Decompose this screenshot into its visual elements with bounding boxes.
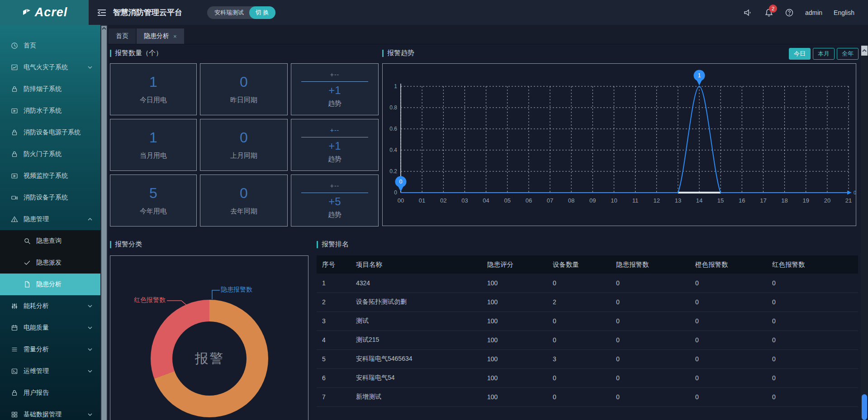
tab-close-icon[interactable]: ×: [173, 33, 177, 40]
sidebar-item-fire-water[interactable]: 消防水子系统: [0, 100, 100, 122]
sidebar-collapse-icon[interactable]: [97, 9, 107, 17]
table-header-cell: 项目名称: [351, 255, 482, 274]
range-button-year[interactable]: 全年: [837, 48, 859, 60]
table-row[interactable]: 5 安科瑞电气5465634 100 3 0 0 0: [317, 349, 858, 368]
sidebar-item-demand-analysis[interactable]: 需量分析: [0, 339, 100, 360]
language-switcher[interactable]: English: [834, 9, 854, 16]
sidebar-item-smoke-control[interactable]: 防排烟子系统: [0, 78, 100, 100]
user-menu[interactable]: admin: [805, 9, 822, 16]
sound-icon[interactable]: [743, 8, 753, 17]
svg-text:1: 1: [394, 83, 397, 90]
chevron-up-icon: [88, 218, 92, 221]
stat-card-last-month: 0 上月同期: [200, 119, 288, 171]
sidebar-item-hazard-analysis[interactable]: 隐患分析: [0, 274, 100, 295]
sidebar-nav: 首页 电气火灾子系统 防排烟子系统 消防水子系统 消防设备电源子系统 防火门子系…: [0, 25, 100, 420]
svg-text:20: 20: [824, 197, 830, 204]
svg-text:0.4: 0.4: [389, 147, 397, 153]
sidebar-item-fire-door[interactable]: 防火门子系统: [0, 143, 100, 165]
page-scrollbar-thumb[interactable]: [862, 394, 867, 420]
svg-text:0: 0: [399, 179, 403, 185]
table-row[interactable]: 7 新增测试 100 0 0 0 0: [317, 387, 858, 406]
notification-badge: 2: [769, 5, 777, 13]
svg-text:05: 05: [504, 197, 510, 204]
table-header-cell: 隐患评分: [482, 255, 547, 274]
svg-text:16: 16: [739, 197, 745, 204]
range-button-month[interactable]: 本月: [813, 48, 835, 60]
sidebar-item-user-report[interactable]: 用户报告: [0, 382, 100, 404]
hazard-submenu: 隐患查询 隐患派发 隐患分析: [0, 230, 100, 295]
table-row[interactable]: 2 设备拓扑测试勿删 100 2 0 0 0: [317, 293, 858, 311]
page-scrollbar[interactable]: [861, 44, 868, 420]
svg-text:00: 00: [398, 197, 404, 204]
table-header-cell: 红色报警数: [767, 255, 858, 274]
title-accent-bar: [317, 241, 318, 248]
lock-icon: [11, 85, 18, 93]
table-header-cell: 设备数量: [547, 255, 611, 274]
svg-text:0: 0: [394, 189, 397, 196]
tab-hazard-analysis[interactable]: 隐患分析 ×: [137, 28, 184, 44]
app-title: 智慧消防管理云平台: [113, 7, 182, 18]
stat-card-year-trend: +-- +5 趋势: [291, 175, 379, 227]
section-title-alarm-trend: 报警趋势: [382, 49, 414, 57]
stat-card-month-trend: +-- +1 趋势: [291, 119, 379, 171]
sidebar-item-hazard-dispatch[interactable]: 隐患派发: [0, 252, 100, 274]
sidebar-scrollbar-thumb[interactable]: [101, 26, 107, 420]
tab-home[interactable]: 首页: [109, 28, 136, 44]
chevron-down-icon: [88, 348, 92, 351]
scrollbar-up-button[interactable]: [861, 46, 868, 56]
sidebar-item-power-quality[interactable]: 电能质量: [0, 317, 100, 339]
table-header-cell: 隐患报警数: [611, 255, 690, 274]
video-icon: [11, 172, 18, 179]
donut-label-connectors: [110, 256, 309, 420]
trend-line-chart-svg: 00.20.40.60.8100010203040506070809101112…: [383, 64, 856, 226]
section-title-alarm-category: 报警分类: [110, 240, 142, 249]
sidebar-item-hazard-query[interactable]: 隐患查询: [0, 230, 100, 252]
svg-text:0.6: 0.6: [389, 126, 397, 132]
svg-text:01: 01: [419, 197, 425, 204]
table-row[interactable]: 6 安科瑞电气54 100 0 0 0 0: [317, 368, 858, 387]
table-row[interactable]: 4 测试215 100 0 0 0 0: [317, 330, 858, 349]
svg-text:19: 19: [802, 197, 809, 204]
sidebar-item-ops-management[interactable]: 运维管理: [0, 360, 100, 382]
help-icon[interactable]: [785, 8, 794, 17]
table-header-cell: 序号: [317, 255, 351, 274]
sidebar-scrollbar[interactable]: [100, 25, 108, 420]
alarm-trend-chart: 00.20.40.60.8100010203040506070809101112…: [382, 63, 856, 226]
sidebar-item-video-monitor[interactable]: 视频监控子系统: [0, 165, 100, 187]
svg-text:14: 14: [696, 197, 702, 204]
svg-text:10: 10: [611, 197, 617, 204]
svg-text:06: 06: [526, 197, 532, 204]
sidebar-item-base-data[interactable]: 基础数据管理: [0, 404, 100, 420]
table-row[interactable]: 3 测试 100 0 0 0 0: [317, 311, 858, 330]
svg-text:0.2: 0.2: [389, 168, 397, 175]
stat-card-this-month: 1 当月用电: [110, 119, 197, 171]
check-icon: [24, 259, 31, 266]
notification-bell-icon[interactable]: 2: [764, 8, 773, 17]
switch-workspace-button[interactable]: 切 换: [249, 6, 275, 19]
trend-divider: [301, 137, 368, 137]
sidebar-item-fire-equipment[interactable]: 消防设备子系统: [0, 187, 100, 208]
svg-text:11: 11: [632, 197, 639, 204]
sidebar-item-home[interactable]: 首页: [0, 35, 100, 57]
table-header-row: 序号项目名称隐患评分设备数量隐患报警数橙色报警数红色报警数: [317, 255, 858, 274]
warning-triangle-icon: [11, 216, 18, 223]
svg-text:1: 1: [698, 72, 701, 79]
workspace-name: 安科瑞测试: [214, 9, 244, 17]
terminal-icon: [11, 368, 18, 375]
workspace-selector: 安科瑞测试 切 换: [207, 6, 275, 19]
chart-icon: [11, 64, 18, 71]
chevron-down-icon: [88, 326, 92, 329]
scroll-up-icon[interactable]: [102, 27, 106, 30]
sidebar-item-fire-power[interactable]: 消防设备电源子系统: [0, 122, 100, 143]
chevron-down-icon: [88, 370, 92, 373]
sliders-icon: [11, 302, 18, 310]
sidebar-item-hazard-management[interactable]: 隐患管理: [0, 208, 100, 230]
stat-card-day-trend: +-- +1 趋势: [291, 63, 379, 115]
svg-text:08: 08: [568, 197, 574, 204]
sidebar-item-electrical-fire[interactable]: 电气火灾子系统: [0, 57, 100, 78]
table-row[interactable]: 1 4324 100 0 0 0 0: [317, 274, 858, 293]
scroll-up-icon: [862, 49, 867, 52]
sidebar-item-energy-analysis[interactable]: 能耗分析: [0, 295, 100, 317]
svg-text:21: 21: [845, 197, 852, 204]
range-button-today[interactable]: 今日: [789, 48, 811, 60]
